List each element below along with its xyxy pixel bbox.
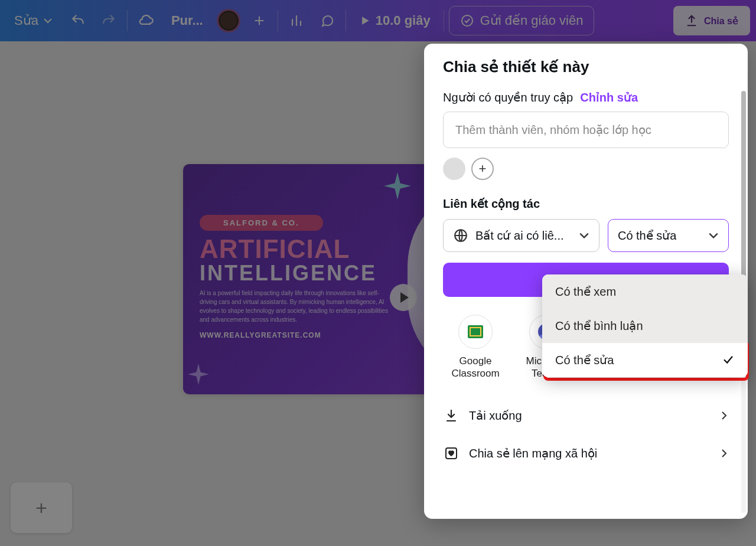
download-icon — [444, 408, 458, 423]
add-member-input[interactable]: Thêm thành viên, nhóm hoặc lớp học — [443, 112, 729, 148]
link-access-select[interactable]: Bất cứ ai có liê... — [443, 219, 599, 252]
chevron-right-icon — [719, 411, 729, 420]
chevron-down-icon — [708, 230, 719, 241]
member-avatar[interactable] — [443, 158, 465, 180]
heart-icon — [444, 446, 458, 460]
share-google-classroom[interactable]: Google Classroom — [443, 315, 508, 380]
perm-option-view[interactable]: Có thể xem — [542, 274, 748, 309]
access-label: Người có quyền truy cập — [443, 90, 573, 104]
panel-title: Chia sẻ thiết kế này — [443, 58, 729, 76]
access-edit-link[interactable]: Chỉnh sửa — [580, 90, 638, 104]
perm-option-comment[interactable]: Có thể bình luận — [542, 309, 748, 343]
check-icon — [722, 354, 735, 367]
google-classroom-icon — [468, 325, 483, 338]
chevron-right-icon — [719, 449, 729, 458]
permission-dropdown-menu: Có thể xem Có thể bình luận Có thể sửa — [542, 274, 748, 377]
globe-icon — [453, 228, 468, 243]
share-social-action[interactable]: Chia sẻ lên mạng xã hội — [443, 434, 729, 472]
download-action[interactable]: Tải xuống — [443, 397, 729, 434]
collab-link-heading: Liên kết cộng tác — [443, 197, 729, 211]
link-permission-select[interactable]: Có thể sửa — [608, 219, 729, 252]
perm-option-edit[interactable]: Có thể sửa — [542, 343, 748, 377]
add-member-button[interactable]: + — [471, 158, 494, 180]
chevron-down-icon — [579, 230, 589, 241]
